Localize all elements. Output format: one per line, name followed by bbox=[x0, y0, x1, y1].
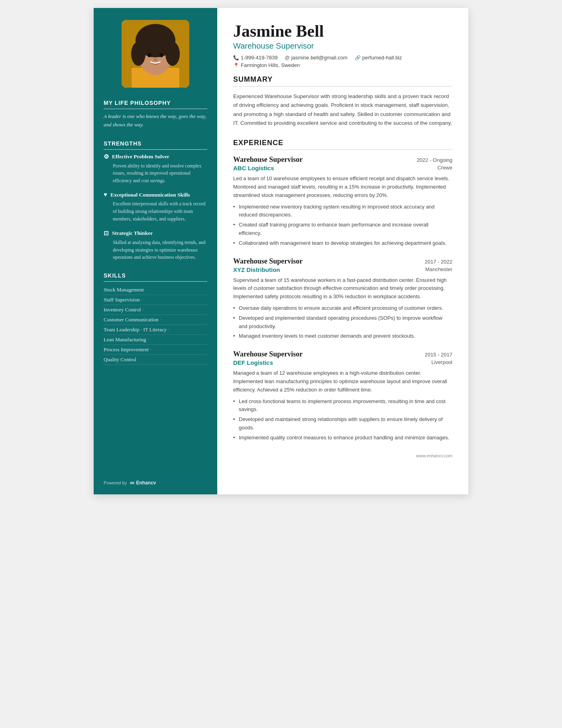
exp-1-dates: 2022 - Ongoing bbox=[417, 155, 452, 163]
strength-3-title: Strategic Thinker bbox=[112, 230, 153, 236]
flag-icon: ⊡ bbox=[104, 230, 109, 237]
heart-icon: ♥ bbox=[104, 191, 107, 198]
exp-3-location: Liverpool bbox=[431, 359, 452, 366]
exp-1-role: Warehouse Supervisor bbox=[233, 155, 303, 164]
avatar bbox=[122, 20, 189, 88]
svg-point-5 bbox=[131, 42, 145, 66]
skill-lean-manufacturing: Lean Manufacturing bbox=[104, 335, 207, 345]
exp-3-dates: 2015 - 2017 bbox=[425, 350, 452, 358]
strength-item-1: ⚙ Effective Problem Solver Proven abilit… bbox=[104, 153, 207, 185]
exp-1-desc: Led a team of 10 warehouse employees to … bbox=[233, 175, 452, 199]
exp-2-dates: 2017 - 2022 bbox=[425, 257, 452, 265]
exp-3-desc: Managed a team of 12 warehouse employees… bbox=[233, 369, 452, 394]
philosophy-title: MY LIFE PHILOSOPHY bbox=[104, 100, 207, 109]
svg-point-8 bbox=[159, 53, 163, 57]
location-text: Farmington Hills, Sweden bbox=[241, 62, 300, 68]
exp-1-bullet-1: Implemented new inventory tracking syste… bbox=[233, 203, 452, 220]
skill-team-leadership: Team Leadership · IT Literacy bbox=[104, 325, 207, 335]
exp-3-company: DEF Logistics bbox=[233, 359, 273, 366]
main-footer: www.enhancv.com bbox=[233, 453, 452, 458]
exp-3-bullets: Led cross-functional teams to implement … bbox=[233, 397, 452, 442]
sidebar-footer: Powered by ∞ Enhancv bbox=[94, 471, 217, 494]
exp-2-bullets: Oversaw daily operations to ensure accur… bbox=[233, 304, 452, 340]
exp-1-bullet-3: Collaborated with management team to dev… bbox=[233, 239, 452, 248]
skill-process-improvement: Process Improvement bbox=[104, 345, 207, 355]
email-item: @ jasmine.bell@gmail.com bbox=[285, 55, 348, 61]
skills-title: SKILLS bbox=[104, 272, 207, 282]
sidebar: MY LIFE PHILOSOPHY A leader is one who k… bbox=[94, 8, 217, 494]
exp-2-location: Manchester bbox=[425, 266, 452, 273]
powered-by-label: Powered by bbox=[104, 480, 127, 485]
sidebar-content: MY LIFE PHILOSOPHY A leader is one who k… bbox=[94, 100, 217, 376]
summary-text: Experienced Warehouse Supervisor with st… bbox=[233, 92, 452, 128]
exp-1-location: Crewe bbox=[437, 165, 452, 171]
strength-item-3: ⊡ Strategic Thinker Skilled at analyzing… bbox=[104, 230, 207, 261]
exp-2-bullet-2: Developed and implemented standard opera… bbox=[233, 314, 452, 331]
location-item: 📍 Farmington Hills, Sweden bbox=[233, 62, 300, 68]
exp-2-company: XYZ Distribution bbox=[233, 266, 280, 273]
skill-customer-communication: Customer Communication bbox=[104, 315, 207, 325]
strength-1-desc: Proven ability to identify and resolve c… bbox=[104, 162, 207, 185]
exp-3-bullet-3: Implemented quality control measures to … bbox=[233, 434, 452, 442]
strength-2-desc: Excellent interpersonal skills with a tr… bbox=[104, 200, 207, 222]
website-url: perfumed-hall.biz bbox=[362, 55, 402, 61]
strengths-title: STRENGTHS bbox=[104, 140, 207, 150]
exp-2-bullet-1: Oversaw daily operations to ensure accur… bbox=[233, 304, 452, 313]
skill-staff-supervision: Staff Supervision bbox=[104, 295, 207, 305]
summary-section: SUMMARY Experienced Warehouse Supervisor… bbox=[233, 75, 452, 128]
strength-3-desc: Skilled at analyzing data, identifying t… bbox=[104, 239, 207, 261]
skill-stock-management: Stock Management bbox=[104, 285, 207, 295]
skills-list: Stock Management Staff Supervision Inven… bbox=[104, 285, 207, 365]
skill-quality-control: Quality Control bbox=[104, 355, 207, 365]
exp-1-bullets: Implemented new inventory tracking syste… bbox=[233, 203, 452, 248]
contact-row: 📞 1-999-419-7839 @ jasmine.bell@gmail.co… bbox=[233, 55, 452, 68]
skills-section: SKILLS Stock Management Staff Supervisio… bbox=[104, 272, 207, 365]
phone-icon: 📞 bbox=[233, 55, 239, 61]
experience-entry-1: Warehouse Supervisor 2022 - Ongoing ABC … bbox=[233, 155, 452, 247]
skill-inventory-control: Inventory Control bbox=[104, 305, 207, 315]
email-icon: @ bbox=[285, 55, 290, 61]
enhancv-text: Enhancv bbox=[136, 480, 156, 486]
svg-point-6 bbox=[165, 42, 180, 66]
experience-entry-3: Warehouse Supervisor 2015 - 2017 DEF Log… bbox=[233, 350, 452, 442]
exp-2-role: Warehouse Supervisor bbox=[233, 257, 303, 266]
exp-1-company: ABC Logistics bbox=[233, 165, 274, 171]
phone-number: 1-999-419-7839 bbox=[241, 55, 278, 61]
svg-point-9 bbox=[154, 59, 157, 61]
experience-entry-2: Warehouse Supervisor 2017 - 2022 XYZ Dis… bbox=[233, 257, 452, 341]
enhancv-icon: ∞ bbox=[130, 479, 134, 486]
website-item: 🔗 perfumed-hall.biz bbox=[355, 55, 402, 61]
gear-icon: ⚙ bbox=[104, 153, 109, 160]
location-icon: 📍 bbox=[233, 63, 239, 68]
email-address: jasmine.bell@gmail.com bbox=[291, 55, 348, 61]
experience-section: EXPERIENCE Warehouse Supervisor 2022 - O… bbox=[233, 139, 452, 442]
exp-2-desc: Supervised a team of 15 warehouse worker… bbox=[233, 276, 452, 301]
phone-item: 📞 1-999-419-7839 bbox=[233, 55, 278, 61]
exp-3-role: Warehouse Supervisor bbox=[233, 350, 303, 358]
philosophy-section: MY LIFE PHILOSOPHY A leader is one who k… bbox=[104, 100, 207, 129]
exp-2-bullet-3: Managed inventory levels to meet custome… bbox=[233, 332, 452, 340]
exp-1-bullet-2: Created staff training programs to enhan… bbox=[233, 221, 452, 238]
strength-1-title: Effective Problem Solver bbox=[112, 153, 169, 160]
philosophy-text: A leader is one who knows the way, goes … bbox=[104, 112, 207, 129]
candidate-name: Jasmine Bell bbox=[233, 22, 452, 40]
summary-title: SUMMARY bbox=[233, 75, 452, 87]
link-icon: 🔗 bbox=[355, 55, 361, 61]
exp-3-bullet-1: Led cross-functional teams to implement … bbox=[233, 397, 452, 414]
main-content: Jasmine Bell Warehouse Supervisor 📞 1-99… bbox=[217, 8, 468, 494]
footer-url: www.enhancv.com bbox=[416, 453, 452, 458]
strength-2-title: Exceptional Communication Skills bbox=[110, 192, 190, 198]
name-section: Jasmine Bell Warehouse Supervisor 📞 1-99… bbox=[233, 22, 452, 68]
job-title: Warehouse Supervisor bbox=[233, 41, 452, 51]
enhancv-logo: ∞ Enhancv bbox=[130, 479, 156, 486]
experience-title: EXPERIENCE bbox=[233, 139, 452, 150]
exp-3-bullet-2: Developed and maintained strong relation… bbox=[233, 415, 452, 432]
strengths-section: STRENGTHS ⚙ Effective Problem Solver Pro… bbox=[104, 140, 207, 261]
svg-point-7 bbox=[147, 53, 151, 57]
strength-item-2: ♥ Exceptional Communication Skills Excel… bbox=[104, 191, 207, 222]
